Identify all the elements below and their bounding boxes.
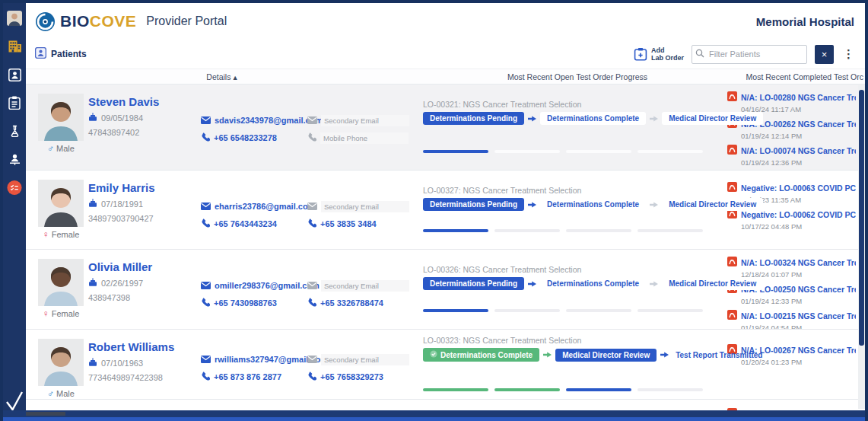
order-progress-bar [423, 309, 703, 312]
filter-patients-search[interactable] [692, 45, 807, 64]
orders-icon[interactable] [7, 95, 22, 110]
contact-placeholder-field[interactable]: Mobile Phone [320, 132, 409, 144]
birthday-icon [88, 278, 97, 289]
email-icon [201, 352, 211, 366]
patient-row[interactable]: ♂MaleSteven Davis09/05/198447843897402sd… [26, 85, 865, 171]
order-stages: Determinations PendingDeterminations Com… [423, 198, 727, 211]
female-icon: ♀ [43, 308, 49, 319]
contact-placeholder-field[interactable]: Secondary Email [321, 354, 409, 365]
completed-order-link[interactable]: N/A: LO-00324 NGS Cancer Treatmen [727, 256, 856, 270]
patient-dob-value: 07/18/1991 [101, 199, 143, 209]
completed-order-title: Negative: LO-00062 COVID PCR [741, 210, 856, 219]
order-stage-chip[interactable]: Medical Director Review [662, 112, 763, 125]
completed-order-item[interactable]: N/A: LO-00074 NGS Cancer Treatmen01/19/2… [727, 144, 856, 167]
completed-order-item[interactable]: N/A: LO-00280 NGS Cancer Treatmen04/16/2… [727, 91, 856, 113]
completed-order-link[interactable]: N/A: LO-00074 NGS Cancer Treatmen [727, 144, 856, 158]
contact-line[interactable]: Secondary Email [307, 115, 423, 126]
add-lab-order-button[interactable]: AddLab Order [634, 46, 684, 62]
patient-name-link[interactable]: Steven Davis [88, 95, 201, 108]
vertical-scrollbar-thumb[interactable] [859, 90, 864, 346]
contact-placeholder-field[interactable]: Secondary Email [321, 201, 409, 212]
horizontal-scrollbar[interactable] [3, 410, 865, 417]
email-icon [201, 199, 211, 213]
primary-contact-cell: omiller298376@gmail.com+65 7430988763 [201, 250, 307, 329]
order-stage-chip[interactable]: Medical Director Review [555, 349, 657, 362]
patient-id: 438947398 [88, 293, 201, 302]
open-order-label: LO-00323: NGS Cancer Treatment Selection [423, 336, 727, 345]
progress-segment [637, 150, 703, 153]
order-stages: Determinations PendingDeterminations Com… [423, 112, 727, 125]
contact-line: +65 873 876 2877 [201, 372, 307, 382]
primary-contact-cell: sdavis2343978@gmail.com+65 6548233278 [201, 85, 307, 170]
order-stage-chip[interactable]: Determinations Complete [423, 348, 539, 362]
patient-id: 7734649897422398 [88, 373, 201, 382]
patient-row[interactable]: ♀FemaleOlivia Miller02/26/1997438947398o… [26, 250, 865, 330]
contact-value: +65 3326788474 [320, 298, 383, 308]
email-icon [307, 279, 317, 292]
completed-order-link[interactable]: Negative: LO-00063 COVID PCR [727, 181, 856, 195]
profile-avatar[interactable] [7, 11, 22, 26]
contact-placeholder-field[interactable]: Secondary Email [321, 280, 409, 292]
patient-row[interactable]: ♂MaleRobert Williams07/10/19637734649897… [26, 330, 865, 400]
order-stage-chip[interactable]: Medical Director Review [662, 277, 763, 290]
phone-icon [201, 296, 210, 310]
contact-line: +65 7430988763 [201, 298, 307, 308]
patient-gender: ♀Female [43, 308, 80, 319]
completed-order-link[interactable]: N/A: LO-00280 NGS Cancer Treatmen [727, 91, 856, 104]
order-stage-chip[interactable]: Determinations Pending [423, 112, 524, 125]
patient-row[interactable]: ♀FemaleEmily Harris07/18/199134897903790… [26, 171, 865, 250]
contact-line: eharris23786@gmail.com [201, 201, 307, 212]
patient-name-link[interactable]: Olivia Miller [88, 260, 201, 273]
male-icon: ♂ [47, 388, 54, 399]
contact-line[interactable]: Secondary Email [307, 280, 423, 291]
order-stage-chip[interactable]: Determinations Pending [423, 198, 524, 211]
order-stage-chip[interactable]: Determinations Complete [540, 198, 646, 211]
order-stage-label: Determinations Complete [547, 279, 639, 288]
hospital-icon[interactable] [7, 39, 22, 54]
patient-details-cell: Emily Harris07/18/199134897903790427 [88, 171, 201, 249]
contact-line[interactable]: Secondary Email [307, 201, 423, 212]
lab-flask-icon[interactable] [7, 123, 22, 139]
tasks-icon[interactable] [7, 180, 22, 195]
patients-icon[interactable] [7, 67, 22, 82]
email-icon [307, 113, 317, 127]
column-header-completed[interactable]: Most Recent Completed Test Orc [737, 72, 865, 81]
progress-segment [637, 229, 703, 232]
order-stage-chip[interactable]: Test Report Transmitted [672, 349, 765, 362]
contact-line: rwilliams327947@gmail.com [201, 354, 307, 365]
patient-name-link[interactable]: Emily Harris [88, 181, 201, 194]
order-progress-bar [423, 229, 703, 232]
more-options-menu[interactable]: ⋮ [841, 47, 856, 61]
email-icon [201, 113, 211, 127]
order-stage-label: Determinations Pending [430, 114, 517, 123]
clear-filter-button[interactable]: × [815, 45, 834, 64]
column-header-open-progress[interactable]: Most Recent Open Test Order Progress [418, 72, 737, 81]
contact-placeholder-field[interactable]: Secondary Email [321, 115, 409, 126]
order-stage-label: Determinations Complete [547, 114, 639, 123]
stage-arrow-icon [650, 280, 658, 288]
secondary-contact-cell: Secondary Email+65 7658329273 [307, 330, 423, 399]
order-stages: Determinations PendingDeterminations Com… [423, 277, 727, 290]
patient-name-link[interactable]: Robert Williams [88, 340, 201, 353]
completed-order-link[interactable]: N/A: LO-00215 NGS Cancer Treatmen [727, 309, 856, 323]
completed-order-item[interactable]: N/A: LO-00324 NGS Cancer Treatmen12/18/2… [727, 256, 856, 279]
order-stage-chip[interactable]: Determinations Complete [540, 277, 646, 290]
completed-order-item[interactable]: N/A: LO-00215 NGS Cancer Treatmen01/19/2… [727, 309, 856, 329]
progress-segment [566, 309, 631, 312]
column-header-details[interactable]: Details ▴ [26, 72, 418, 81]
order-stage-chip[interactable]: Determinations Complete [540, 112, 646, 125]
patient-list: ♂MaleSteven Davis09/05/198447843897402sd… [26, 85, 865, 421]
contact-line[interactable]: Secondary Email [307, 354, 423, 365]
completed-order-item[interactable]: Negative: LO-00062 COVID PCR10/17/22 04:… [727, 208, 856, 231]
contact-line[interactable]: Mobile Phone [307, 132, 423, 143]
secondary-contact-cell: Secondary Email+65 3326788474 [307, 250, 423, 329]
filter-patients-input[interactable] [707, 49, 791, 59]
vertical-scrollbar[interactable] [858, 85, 865, 409]
physician-icon[interactable] [7, 151, 22, 167]
horizontal-scrollbar-thumb[interactable] [26, 412, 65, 416]
patient-dob: 02/26/1997 [88, 278, 201, 289]
phone-icon [307, 131, 316, 145]
order-stage-chip[interactable]: Determinations Pending [423, 277, 524, 290]
completed-order-timestamp: 01/19/24 12:14 PM [741, 132, 856, 140]
order-stage-chip[interactable]: Medical Director Review [662, 198, 763, 211]
